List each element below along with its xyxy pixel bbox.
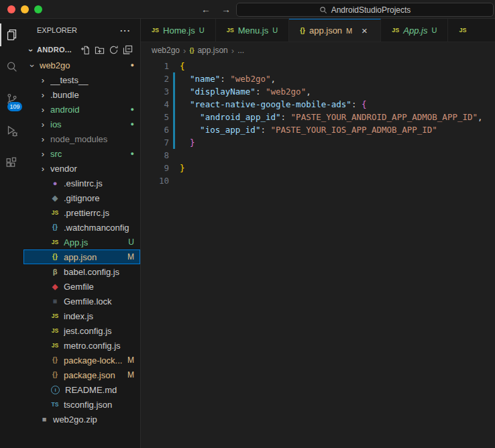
file-Gemfile.lock[interactable]: ≡Gemfile.lock (23, 294, 140, 309)
search-icon (319, 6, 327, 14)
json-icon: {} (189, 47, 194, 54)
zip-icon: ■ (38, 416, 50, 423)
file-App.js[interactable]: JSApp.jsU (23, 235, 140, 249)
file-tsconfig.json[interactable]: TStsconfig.json (23, 397, 140, 412)
code-line[interactable]: 9} (141, 162, 495, 174)
collapse-all-icon[interactable] (122, 44, 133, 56)
forward-icon[interactable]: → (221, 4, 231, 15)
eslint-icon: ● (49, 180, 61, 187)
tab-app.json[interactable]: {}app.jsonM× (289, 19, 381, 42)
tab-label: Home.js (163, 25, 195, 36)
file-babel.config.js[interactable]: βbabel.config.js (23, 264, 140, 279)
new-folder-icon[interactable] (94, 44, 105, 56)
line-number: 10 (141, 174, 169, 187)
activity-explorer[interactable] (0, 19, 23, 51)
line-number: 2 (141, 72, 169, 85)
code-line[interactable]: 8 (141, 149, 495, 162)
breadcrumb: web2go › {} app.json › ... (141, 42, 495, 58)
folder-__tests__[interactable]: ›__tests__ (23, 72, 140, 87)
folder-node_modules[interactable]: ›node_modules (23, 131, 140, 146)
ruby-icon: ◆ (49, 283, 61, 290)
list-icon: ≡ (49, 298, 61, 305)
back-icon[interactable]: ← (201, 4, 211, 15)
line-number: 8 (141, 149, 169, 162)
close-icon[interactable]: × (359, 25, 370, 36)
chevron-right-icon: › (38, 164, 48, 174)
scm-badge: 109 (7, 102, 22, 111)
git-status-dot: ● (131, 107, 134, 113)
tab-Menu.js[interactable]: JSMenu.jsU (216, 19, 290, 42)
file-.eslintrc.js[interactable]: ●.eslintrc.js (23, 176, 140, 190)
file-web2go.zip[interactable]: ■web2go.zip (23, 412, 140, 427)
item-label: android (50, 105, 131, 115)
folder-vendor[interactable]: ›vendor (23, 161, 140, 176)
refresh-icon[interactable] (108, 44, 119, 56)
window-controls (7, 5, 42, 13)
minimize-button[interactable] (21, 5, 29, 13)
file-metro.config.js[interactable]: JSmetro.config.js (23, 338, 140, 353)
activity-source-control[interactable]: 109 (0, 83, 23, 115)
file-README.md[interactable]: iREADME.md (23, 382, 140, 397)
info-icon: i (51, 386, 60, 394)
item-label: App.js (64, 237, 128, 247)
file-tree: ›web2go●›__tests__›.bundle›android●›ios●… (23, 58, 140, 448)
folder-web2go[interactable]: ›web2go● (23, 58, 140, 72)
item-label: .bundle (50, 90, 134, 100)
code-area[interactable]: 1{2 "name": "web2go",3 "displayName": "w… (141, 58, 495, 448)
tab-App.js[interactable]: JSApp.jsU (381, 19, 448, 42)
tab-Home.js[interactable]: JSHome.jsU (141, 19, 216, 42)
code-line[interactable]: 4 "react-native-google-mobile-ads": { (141, 98, 495, 111)
line-number: 1 (141, 60, 169, 72)
json-icon: {} (300, 27, 305, 34)
explorer-header: EXPLORER ··· (23, 19, 140, 42)
workspace-section-header[interactable]: › ANDRO... (23, 42, 140, 58)
code-line[interactable]: 10 (141, 174, 495, 187)
file-jest.config.js[interactable]: JSjest.config.js (23, 323, 140, 338)
new-file-icon[interactable] (80, 44, 91, 56)
code-line[interactable]: 3 "displayName": "web2go", (141, 85, 495, 98)
code-text: "android_app_id": "PASTE_YOUR_ANDROID_AP… (180, 111, 483, 123)
code-line[interactable]: 7 } (141, 136, 495, 149)
code-line[interactable]: 2 "name": "web2go", (141, 72, 495, 85)
file-.prettierrc.js[interactable]: JS.prettierrc.js (23, 205, 140, 220)
folder-ios[interactable]: ›ios● (23, 117, 140, 131)
more-actions-icon[interactable]: ··· (120, 25, 131, 36)
json-teal-icon: {} (49, 224, 61, 231)
file-package-lock...[interactable]: {}package-lock...M (23, 353, 140, 368)
chevron-right-icon: › (38, 75, 48, 85)
activity-extensions[interactable] (0, 148, 23, 180)
command-center[interactable]: AndroidStudioProjects (236, 3, 494, 17)
file-.gitignore[interactable]: ◆.gitignore (23, 190, 140, 205)
js-icon: JS (227, 27, 234, 34)
gutter (169, 162, 180, 174)
code-text: "name": "web2go", (180, 72, 276, 85)
tab-partial[interactable]: JS (448, 19, 495, 42)
activity-search[interactable] (0, 51, 23, 83)
breadcrumb-symbol[interactable]: ... (237, 46, 244, 55)
file-Gemfile[interactable]: ◆Gemfile (23, 279, 140, 294)
chevron-right-icon: › (38, 134, 48, 144)
titlebar: ← → AndroidStudioProjects (0, 0, 495, 19)
explorer-icon (5, 27, 19, 42)
maximize-button[interactable] (34, 5, 42, 13)
activity-run-debug[interactable] (0, 115, 23, 148)
code-line[interactable]: 1{ (141, 60, 495, 72)
folder-.bundle[interactable]: ›.bundle (23, 87, 140, 102)
breadcrumb-folder[interactable]: web2go (152, 46, 180, 55)
breadcrumb-file[interactable]: app.json (197, 46, 227, 55)
folder-src[interactable]: ›src● (23, 146, 140, 161)
close-button[interactable] (7, 5, 15, 13)
explorer-toolbar (80, 44, 140, 56)
file-app.json[interactable]: {}app.jsonM (23, 249, 140, 264)
item-label: node_modules (50, 134, 134, 144)
code-line[interactable]: 5 "android_app_id": "PASTE_YOUR_ANDROID_… (141, 111, 495, 123)
explorer-title: EXPLORER (37, 26, 77, 34)
folder-android[interactable]: ›android● (23, 102, 140, 117)
babel-icon: β (49, 268, 61, 276)
code-line[interactable]: 6 "ios_app_id": "PASTE_YOUR_IOS_APP_ADMO… (141, 123, 495, 136)
line-number: 9 (141, 162, 169, 174)
file-.watchmanconfig[interactable]: {}.watchmanconfig (23, 220, 140, 235)
file-package.json[interactable]: {}package.jsonM (23, 368, 140, 382)
file-index.js[interactable]: JSindex.js (23, 309, 140, 323)
item-label: src (50, 149, 131, 159)
